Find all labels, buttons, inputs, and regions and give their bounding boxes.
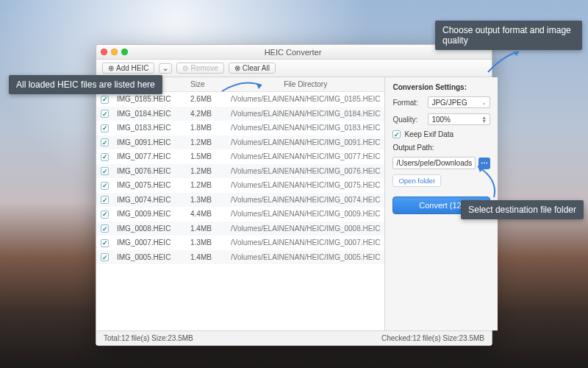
table-row[interactable]: ✓IMG_0009.HEIC4.4MB/Volumes/ELAINENAN/HE…	[96, 207, 384, 222]
file-size: 2.6MB	[186, 92, 226, 106]
callout-left: All loaded HEIC files are listed here	[9, 75, 162, 94]
file-size: 1.4MB	[186, 222, 226, 236]
checkbox-checked-icon[interactable]: ✓	[101, 124, 109, 132]
format-row: Format: JPG/JPEG ⌄	[392, 96, 490, 108]
window-title: HEIC Converter	[128, 48, 458, 57]
file-directory: /Volumes/ELAINENAN/HEIC/IMG_0008.HEIC	[226, 222, 384, 236]
file-name: IMG_0008.HEIC	[112, 222, 186, 236]
remove-button[interactable]: ⊖ Remove	[176, 63, 223, 74]
file-name: IMG_0075.HEIC	[112, 178, 186, 192]
file-name: IMG_0077.HEIC	[112, 149, 186, 163]
clear-all-button[interactable]: ⊗ Clear All	[229, 63, 276, 74]
remove-label: Remove	[190, 64, 218, 72]
table-row[interactable]: ✓IMG_0077.HEIC1.5MB/Volumes/ELAINENAN/HE…	[96, 149, 384, 164]
output-path-label: Output Path:	[392, 144, 490, 152]
format-label: Format:	[392, 99, 423, 107]
close-icon[interactable]	[101, 49, 107, 55]
plus-icon: ⊕	[108, 65, 114, 72]
add-dropdown[interactable]: ⌄	[159, 63, 172, 74]
quality-label: Quality:	[392, 116, 423, 124]
file-name: IMG_0091.HEIC	[112, 135, 186, 149]
status-bar: Total:12 file(s) Size:23.5MB Checked:12 …	[96, 330, 492, 345]
checkbox-checked-icon[interactable]: ✓	[101, 96, 109, 104]
file-name: IMG_0183.HEIC	[112, 121, 186, 135]
table-row[interactable]: ✓IMG_0074.HEIC1.3MB/Volumes/ELAINENAN/HE…	[96, 193, 384, 208]
add-heic-button[interactable]: ⊕ Add HEIC	[102, 63, 154, 74]
keep-exif-label: Keep Exif Data	[404, 130, 453, 138]
file-size: 1.2MB	[186, 164, 226, 178]
output-path-row: /Users/pele/Downloads ⋯	[392, 157, 490, 169]
file-directory: /Volumes/ELAINENAN/HEIC/IMG_0005.HEIC	[226, 250, 384, 264]
keep-exif-row[interactable]: ✓ Keep Exif Data	[392, 130, 490, 138]
zoom-icon[interactable]	[121, 49, 128, 55]
file-name: IMG_0005.HEIC	[112, 250, 186, 264]
file-directory: /Volumes/ELAINENAN/HEIC/IMG_0074.HEIC	[226, 193, 384, 207]
table-row[interactable]: ✓IMG_0075.HEIC1.2MB/Volumes/ELAINENAN/HE…	[96, 178, 384, 193]
checkbox-checked-icon[interactable]: ✓	[101, 253, 109, 261]
table-row[interactable]: ✓IMG_0007.HEIC1.3MB/Volumes/ELAINENAN/HE…	[96, 236, 384, 250]
minimize-icon[interactable]	[111, 49, 118, 55]
file-directory: /Volumes/ELAINENAN/HEIC/IMG_0091.HEIC	[226, 135, 384, 149]
checkbox-checked-icon[interactable]: ✓	[101, 182, 109, 190]
ellipsis-icon: ⋯	[481, 159, 488, 167]
table-row[interactable]: ✓IMG_0091.HEIC1.2MB/Volumes/ELAINENAN/HE…	[96, 135, 384, 150]
col-size[interactable]: Size	[186, 77, 226, 91]
file-size: 1.3MB	[186, 236, 226, 250]
checkbox-checked-icon[interactable]: ✓	[101, 167, 109, 175]
checkbox-checked-icon[interactable]: ✓	[101, 224, 109, 233]
window-controls	[101, 49, 128, 55]
file-directory: /Volumes/ELAINENAN/HEIC/IMG_0076.HEIC	[226, 164, 384, 178]
file-directory: /Volumes/ELAINENAN/HEIC/IMG_0183.HEIC	[226, 121, 384, 135]
checkbox-checked-icon[interactable]: ✓	[101, 153, 109, 161]
file-size: 1.2MB	[186, 178, 226, 192]
browse-button[interactable]: ⋯	[478, 158, 490, 169]
table-row[interactable]: ✓IMG_0008.HEIC1.4MB/Volumes/ELAINENAN/HE…	[96, 222, 384, 236]
file-size: 1.4MB	[186, 250, 226, 264]
table-row[interactable]: ✓IMG_0076.HEIC1.2MB/Volumes/ELAINENAN/HE…	[96, 164, 384, 179]
checkbox-checked-icon[interactable]: ✓	[392, 130, 401, 138]
file-size: 1.2MB	[186, 135, 226, 149]
checkbox-checked-icon[interactable]: ✓	[101, 138, 109, 146]
quality-row: Quality: 100% ▲▼	[392, 113, 490, 125]
chevron-down-icon: ⌄	[481, 99, 487, 106]
clear-all-label: Clear All	[243, 64, 270, 72]
checkbox-checked-icon[interactable]: ✓	[101, 196, 109, 204]
clear-icon: ⊗	[234, 65, 240, 72]
quality-stepper[interactable]: 100% ▲▼	[428, 113, 490, 125]
file-rows: ✓IMG_0185.HEIC2.6MB/Volumes/ELAINENAN/HE…	[96, 92, 384, 330]
quality-value: 100%	[431, 116, 451, 124]
file-directory: /Volumes/ELAINENAN/HEIC/IMG_0007.HEIC	[226, 236, 384, 250]
file-size: 4.4MB	[186, 207, 226, 221]
file-list-pane: Name Size File Directory ✓IMG_0185.HEIC2…	[96, 77, 385, 330]
col-dir[interactable]: File Directory	[226, 77, 384, 91]
checkbox-checked-icon[interactable]: ✓	[101, 210, 109, 219]
content-area: Name Size File Directory ✓IMG_0185.HEIC2…	[96, 77, 492, 330]
file-name: IMG_0076.HEIC	[112, 164, 186, 178]
checkbox-checked-icon[interactable]: ✓	[101, 110, 109, 118]
output-path-field[interactable]: /Users/pele/Downloads	[392, 157, 476, 169]
stepper-icon: ▲▼	[481, 116, 487, 123]
file-name: IMG_0009.HEIC	[112, 207, 186, 221]
table-row[interactable]: ✓IMG_0184.HEIC4.2MB/Volumes/ELAINENAN/HE…	[96, 107, 384, 121]
file-size: 1.3MB	[186, 193, 226, 207]
format-select[interactable]: JPG/JPEG ⌄	[428, 96, 490, 108]
table-row[interactable]: ✓IMG_0183.HEIC1.8MB/Volumes/ELAINENAN/HE…	[96, 121, 384, 135]
file-directory: /Volumes/ELAINENAN/HEIC/IMG_0075.HEIC	[226, 178, 384, 192]
file-size: 4.2MB	[186, 107, 226, 121]
file-size: 1.8MB	[186, 121, 226, 135]
file-directory: /Volumes/ELAINENAN/HEIC/IMG_0184.HEIC	[226, 107, 384, 121]
file-name: IMG_0074.HEIC	[112, 193, 186, 207]
checkbox-checked-icon[interactable]: ✓	[101, 239, 109, 247]
status-total: Total:12 file(s) Size:23.5MB	[104, 334, 193, 342]
titlebar[interactable]: HEIC Converter	[96, 45, 492, 60]
file-name: IMG_0007.HEIC	[112, 236, 186, 250]
chevron-down-icon: ⌄	[162, 65, 168, 72]
table-row[interactable]: ✓IMG_0005.HEIC1.4MB/Volumes/ELAINENAN/HE…	[96, 250, 384, 265]
format-value: JPG/JPEG	[431, 99, 467, 107]
file-directory: /Volumes/ELAINENAN/HEIC/IMG_0077.HEIC	[226, 149, 384, 163]
file-size: 1.5MB	[186, 149, 226, 163]
open-folder-button[interactable]: Open folder	[392, 174, 441, 187]
file-directory: /Volumes/ELAINENAN/HEIC/IMG_0185.HEIC	[226, 92, 384, 106]
file-name: IMG_0185.HEIC	[112, 92, 186, 106]
callout-top-right: Choose output format and image quality	[435, 21, 582, 50]
